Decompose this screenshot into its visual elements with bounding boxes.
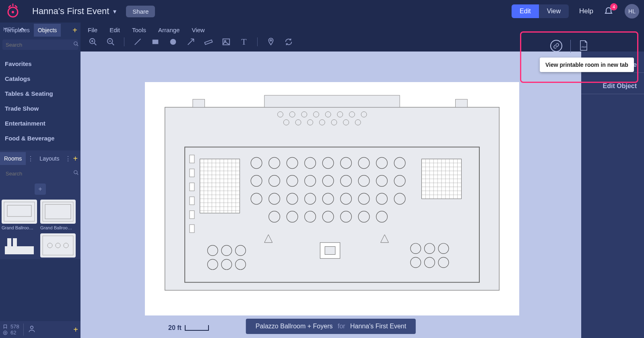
cat-catalogs[interactable]: Catalogs	[0, 71, 80, 86]
mode-edit-button[interactable]: Edit	[512, 4, 539, 18]
sidebar-search[interactable]	[2, 39, 78, 50]
svg-point-88	[235, 259, 246, 270]
image-tool-icon[interactable]	[221, 37, 231, 47]
svg-point-72	[341, 193, 352, 204]
cat-entertainment[interactable]: Entertainment	[0, 116, 80, 131]
link-icon[interactable]	[550, 40, 562, 52]
stats-bar: 578 62 +	[0, 321, 80, 338]
rooms-more-icon[interactable]: ⋮	[26, 155, 35, 163]
menu-tools[interactable]: Tools	[132, 27, 146, 33]
svg-rect-11	[43, 236, 73, 255]
topbar: Hanna's First Event ▾ Share Edit View He…	[0, 0, 644, 23]
svg-point-66	[394, 175, 405, 187]
sidebar-add-button[interactable]: +	[72, 26, 77, 35]
guests-icon[interactable]	[28, 325, 36, 334]
layouts-more-icon[interactable]: ⋮	[63, 155, 73, 163]
svg-point-89	[411, 243, 421, 254]
add-room-button[interactable]: +	[35, 183, 46, 195]
canvas[interactable]: 20 ft Palazzo Ballroom + Foyers for Hann…	[80, 52, 581, 338]
svg-point-60	[287, 175, 298, 187]
svg-point-68	[269, 193, 280, 204]
svg-point-3	[74, 171, 77, 174]
pin-tool-icon[interactable]	[266, 37, 276, 47]
rect-tool-icon[interactable]	[150, 37, 161, 47]
svg-point-93	[424, 257, 435, 268]
subpanel-add-button[interactable]: +	[73, 154, 78, 163]
svg-rect-97	[190, 155, 194, 163]
room-thumb[interactable]	[2, 200, 37, 224]
cat-tradeshow[interactable]: Trade Show	[0, 101, 80, 116]
right-panel: te Edit Object	[581, 52, 644, 338]
svg-point-22	[170, 39, 176, 45]
callout-highlight: PDF View printable room in new tab	[520, 31, 638, 83]
svg-rect-21	[153, 40, 159, 44]
tab-rooms[interactable]: Rooms	[0, 152, 26, 165]
svg-point-67	[251, 193, 262, 204]
circle-tool-icon[interactable]	[168, 37, 178, 47]
cat-favorites[interactable]: Favorites	[0, 56, 80, 71]
svg-point-81	[358, 211, 369, 223]
svg-point-51	[287, 157, 298, 169]
line-tool-icon[interactable]	[132, 37, 143, 47]
svg-rect-99	[190, 183, 194, 191]
svg-point-90	[424, 243, 435, 254]
svg-rect-29	[193, 99, 205, 107]
room-thumb[interactable]	[40, 233, 76, 258]
menu-file[interactable]: File	[88, 27, 97, 33]
hide-sidebar-toggle[interactable]: HIDE	[0, 25, 29, 34]
svg-point-64	[358, 175, 369, 187]
svg-point-54	[341, 157, 352, 169]
menu-edit[interactable]: Edit	[109, 27, 120, 33]
zoom-in-icon[interactable]	[88, 37, 98, 47]
svg-point-92	[411, 257, 421, 268]
breadcrumb[interactable]: Palazzo Ballroom + Foyers for Hanna's Fi…	[246, 319, 416, 334]
cat-tables[interactable]: Tables & Seating	[0, 86, 80, 101]
event-title[interactable]: Hanna's First Event	[32, 6, 109, 16]
svg-text:PDF: PDF	[582, 46, 586, 48]
svg-point-69	[287, 193, 298, 204]
mode-view-button[interactable]: View	[539, 4, 569, 18]
tab-layouts[interactable]: Layouts	[35, 152, 63, 165]
zoom-out-icon[interactable]	[105, 37, 116, 47]
mode-toggle: Edit View	[512, 4, 569, 18]
stats-add-button[interactable]: +	[73, 325, 78, 334]
svg-point-61	[305, 175, 316, 187]
subpanel-search[interactable]	[2, 168, 78, 179]
menu-view[interactable]: View	[192, 27, 204, 33]
ruler-tool-icon[interactable]	[203, 37, 214, 47]
avatar[interactable]: HL	[625, 4, 639, 19]
event-dropdown-icon[interactable]: ▾	[113, 8, 116, 15]
room-thumb[interactable]	[40, 200, 76, 224]
svg-point-17	[4, 332, 6, 334]
thumb-label: Grand Ballroom…	[2, 225, 37, 230]
paper	[145, 82, 519, 315]
svg-rect-102	[190, 225, 194, 233]
refresh-icon[interactable]	[283, 37, 294, 47]
search-icon	[73, 170, 79, 177]
rp-edit-object[interactable]: Edit Object	[588, 82, 637, 90]
svg-rect-98	[190, 169, 194, 177]
help-link[interactable]: Help	[579, 7, 593, 15]
crumb-room: Palazzo Ballroom + Foyers	[256, 323, 333, 330]
share-button[interactable]: Share	[126, 6, 155, 17]
svg-point-26	[270, 40, 272, 41]
menu-arrange[interactable]: Arrange	[158, 27, 180, 33]
svg-point-75	[394, 193, 405, 204]
room-thumb[interactable]	[2, 233, 37, 258]
text-tool-icon[interactable]: T	[239, 37, 249, 47]
tab-objects[interactable]: Objects	[34, 24, 61, 37]
cat-food[interactable]: Food & Beverage	[0, 131, 80, 146]
svg-point-82	[376, 211, 388, 223]
sidebar-search-input[interactable]	[6, 42, 73, 48]
pdf-icon[interactable]: PDF	[579, 40, 588, 53]
notifications-button[interactable]: 4	[604, 6, 615, 17]
svg-point-52	[305, 157, 316, 169]
subpanel-search-input[interactable]	[6, 171, 73, 177]
scale-bar-icon	[185, 325, 209, 331]
room-thumbnails: Grand Ballroom… Grand Ballroom…	[0, 198, 80, 259]
notification-badge: 4	[610, 3, 617, 10]
arrow-tool-icon[interactable]	[186, 37, 196, 47]
floorplan	[153, 90, 511, 307]
tooltip: View printable room in new tab	[540, 58, 634, 72]
svg-point-70	[305, 193, 316, 204]
